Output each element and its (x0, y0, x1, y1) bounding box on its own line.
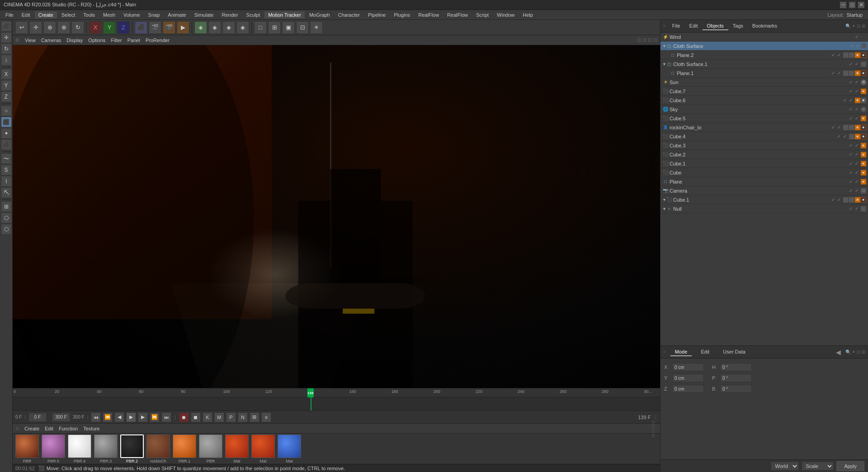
mat-menu-edit[interactable]: Edit (45, 426, 53, 431)
material-pbr-base[interactable]: PBR (199, 434, 222, 463)
motion-button[interactable]: M (214, 412, 224, 422)
obj-cube6[interactable]: ⬛ Cube.6 ✓ ✓ ■ ■ (660, 96, 868, 105)
tool-object-button[interactable]: ○ (1, 105, 12, 116)
prop-tab-userdata[interactable]: User Data (718, 348, 750, 356)
menu-sculpt[interactable]: Sculpt (243, 11, 264, 19)
menu-plugins[interactable]: Plugins (390, 11, 414, 19)
tool-grid-button[interactable]: ⊞ (1, 201, 12, 212)
menu-motion-tracker[interactable]: Motion Tracker (264, 11, 305, 19)
viewport-canvas[interactable] (13, 45, 660, 388)
playback-next-key-button[interactable]: ⏩ (150, 412, 160, 422)
edge-mode-btn[interactable]: ◈ (208, 21, 221, 34)
render-view-button[interactable]: 🎬 (149, 21, 161, 34)
mode-model-button[interactable]: ⬛ (1, 21, 12, 32)
menu-script[interactable]: Script (472, 11, 492, 19)
obj-cube5[interactable]: ⬛ Cube.5 ✓ ✓ ■ (660, 114, 868, 123)
display-shaded-btn[interactable]: □ (254, 21, 267, 34)
obj-rockinchair[interactable]: 👤 rockinChair_lo ✓ ✓ · · ■ ■ (660, 123, 868, 132)
tool-deform-button[interactable]: ⌇ (1, 176, 12, 187)
tool-extra-button[interactable]: ⬡ (1, 224, 12, 235)
pos-z-input[interactable] (672, 385, 704, 393)
tool-z-button[interactable]: Z (1, 91, 12, 102)
menu-tools[interactable]: Tools (80, 11, 99, 19)
pose-button[interactable]: P (226, 412, 236, 422)
menu-realflow2[interactable]: RealFlow (443, 11, 472, 19)
menu-volume[interactable]: Volume (120, 11, 144, 19)
menu-simulate[interactable]: Simulate (191, 11, 217, 19)
coord-system-dropdown[interactable]: World Object (771, 462, 799, 471)
mode-rotate-button[interactable]: ↻ (1, 43, 12, 54)
display-lines-btn[interactable]: ⊡ (296, 21, 309, 34)
interactive-render-button[interactable]: ▶ (177, 21, 189, 34)
collapse-props-button[interactable]: ◀ (836, 349, 841, 356)
vp-menu-options[interactable]: Options (88, 38, 105, 43)
floor-btn[interactable]: ☀ (310, 21, 323, 34)
material-mat2[interactable]: Mat (251, 434, 275, 463)
obj-cloth-surface[interactable]: ▼ ◻ Cloth Surface ✓ ✓ (660, 42, 868, 51)
obj-plane[interactable]: □ Plane ✓ ✓ ■ (660, 177, 868, 186)
playback-play-button[interactable]: ▶ (126, 412, 136, 422)
scale-button[interactable]: ⊕ (57, 21, 70, 34)
vp-menu-view[interactable]: View (25, 38, 36, 43)
frame-current-input[interactable] (28, 413, 47, 422)
poly-mode-btn[interactable]: ◈ (222, 21, 235, 34)
maximize-button[interactable]: □ (849, 2, 855, 8)
panel-tab-bookmarks[interactable]: Bookmarks (748, 22, 782, 30)
close-button[interactable]: ✕ (858, 2, 864, 8)
obj-cube3[interactable]: ⬛ Cube.3 ✓ ✓ ■ (660, 141, 868, 150)
obj-plane2[interactable]: □ Plane.2 ✓ ✓ · · ■ ■ (660, 51, 868, 60)
auto-key-button[interactable]: K (203, 412, 212, 422)
grid-timeline-button[interactable]: ⊞ (250, 412, 259, 422)
objects-list[interactable]: ⚡ Wind ✓ · ▼ ◻ Cloth Surface ✓ ✓ (660, 33, 868, 345)
panel-tab-objects[interactable]: Objects (703, 22, 728, 30)
axis-z-button[interactable]: Z (117, 21, 130, 34)
frame-max-input[interactable] (52, 413, 70, 422)
transform-type-dropdown[interactable]: Scale Position Rotation (802, 462, 834, 471)
vp-menu-display[interactable]: Display (66, 38, 83, 43)
material-mat1[interactable]: Mat (225, 434, 249, 463)
object-button[interactable]: ⬛ (135, 21, 147, 34)
mat-menu-create[interactable]: Create (24, 426, 39, 431)
menu-snap[interactable]: Snap (145, 11, 164, 19)
obj-cube[interactable]: ⬛ Cube ✓ ✓ ■ (660, 168, 868, 177)
material-pbr1[interactable]: PBR.1 (173, 434, 196, 463)
rot-p-input[interactable] (720, 374, 752, 382)
menu-animate[interactable]: Animate (164, 11, 189, 19)
obj-cube4[interactable]: ⬛ Cube.4 ✓ ✓ · ■ ■ (660, 132, 868, 141)
tool-pen-button[interactable]: ✦ (1, 128, 12, 139)
material-pbr2-selected[interactable]: PBR.2 (120, 434, 144, 463)
obj-sky[interactable]: 🌐 Sky ✓ ✓ ○ (660, 105, 868, 114)
menu-help[interactable]: Help (519, 11, 537, 19)
obj-sun[interactable]: ☀ Sun ✓ ✓ ☀ (660, 78, 868, 87)
model-mode-btn[interactable]: ◈ (194, 21, 207, 34)
menu-mograph[interactable]: MoGraph (306, 11, 334, 19)
menu-character[interactable]: Character (335, 11, 363, 19)
menu-pipeline[interactable]: Pipeline (364, 11, 389, 19)
mat-menu-function[interactable]: Function (59, 426, 78, 431)
mode-object-button[interactable]: ✛ (1, 32, 12, 43)
move-button[interactable]: ⊕ (43, 21, 56, 34)
obj-cube1-first[interactable]: ⬛ Cube.1 ✓ ✓ ■ (660, 159, 868, 168)
mode-scale-button[interactable]: ↕ (1, 55, 12, 66)
menu-render[interactable]: Render (218, 11, 241, 19)
tool-paint-button[interactable]: ⬡ (1, 212, 12, 223)
panel-tab-file[interactable]: File (668, 22, 685, 30)
tool-move-button[interactable]: ⬛ (1, 117, 12, 127)
rot-b-input[interactable] (720, 385, 752, 393)
panel-tab-tags[interactable]: Tags (728, 22, 748, 30)
vp-menu-panel[interactable]: Panel (127, 38, 140, 43)
prop-tab-mode[interactable]: Mode (670, 348, 692, 356)
obj-cube2[interactable]: ⬛ Cube.2 ✓ ✓ ■ (660, 150, 868, 159)
material-mat3[interactable]: Mat (278, 434, 301, 463)
obj-cube7[interactable]: ⬛ Cube.7 ✓ ✓ ■ (660, 87, 868, 96)
obj-plane1[interactable]: □ Plane.1 ✓ ✓ · · ■ ■ (660, 69, 868, 78)
nla-button[interactable]: N (238, 412, 248, 422)
timeline-ruler[interactable]: 0 20 40 60 80 100 120 139 160 180 200 22… (13, 388, 660, 397)
material-pbr[interactable]: PBR (15, 434, 39, 463)
axis-y-button[interactable]: Y (103, 21, 116, 34)
vp-menu-prorender[interactable]: ProRender (146, 38, 170, 43)
live-select-button[interactable]: ✛ (29, 21, 42, 34)
obj-camera[interactable]: 📷 Camera ✓ ✓ □ (660, 186, 868, 195)
stop-record-button[interactable]: ⏹ (191, 412, 201, 422)
render-button[interactable]: 🎬 (163, 21, 175, 34)
